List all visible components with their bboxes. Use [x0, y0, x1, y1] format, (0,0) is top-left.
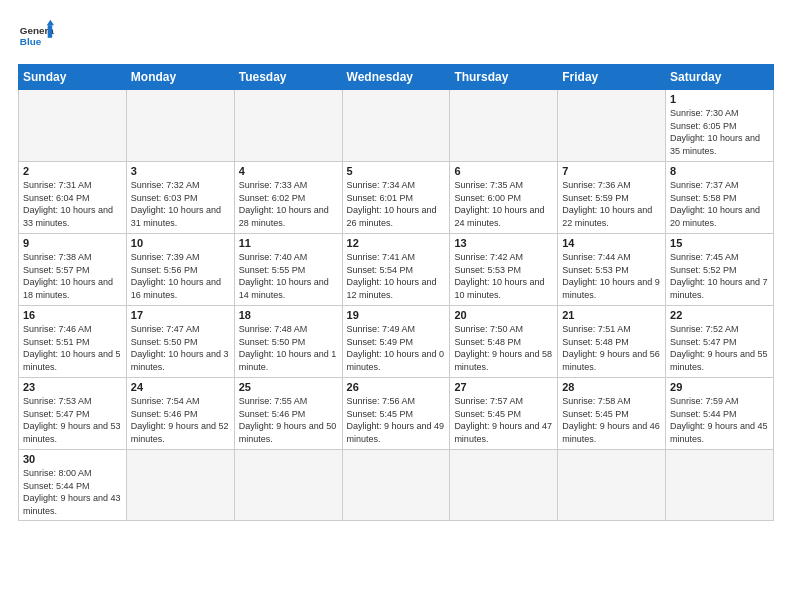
calendar-cell: 14Sunrise: 7:44 AM Sunset: 5:53 PM Dayli…: [558, 234, 666, 306]
calendar-cell: 26Sunrise: 7:56 AM Sunset: 5:45 PM Dayli…: [342, 378, 450, 450]
day-number: 21: [562, 309, 661, 321]
calendar-cell: [450, 450, 558, 521]
calendar-cell: [234, 90, 342, 162]
calendar-cell: 28Sunrise: 7:58 AM Sunset: 5:45 PM Dayli…: [558, 378, 666, 450]
day-info: Sunrise: 7:56 AM Sunset: 5:45 PM Dayligh…: [347, 395, 446, 445]
calendar-cell: 20Sunrise: 7:50 AM Sunset: 5:48 PM Dayli…: [450, 306, 558, 378]
weekday-header-thursday: Thursday: [450, 65, 558, 90]
day-info: Sunrise: 7:47 AM Sunset: 5:50 PM Dayligh…: [131, 323, 230, 373]
calendar-cell: 8Sunrise: 7:37 AM Sunset: 5:58 PM Daylig…: [666, 162, 774, 234]
day-number: 2: [23, 165, 122, 177]
calendar-cell: 17Sunrise: 7:47 AM Sunset: 5:50 PM Dayli…: [126, 306, 234, 378]
day-info: Sunrise: 7:52 AM Sunset: 5:47 PM Dayligh…: [670, 323, 769, 373]
calendar-cell: 12Sunrise: 7:41 AM Sunset: 5:54 PM Dayli…: [342, 234, 450, 306]
calendar-week-row: 30Sunrise: 8:00 AM Sunset: 5:44 PM Dayli…: [19, 450, 774, 521]
day-number: 17: [131, 309, 230, 321]
svg-text:Blue: Blue: [20, 36, 42, 47]
day-number: 25: [239, 381, 338, 393]
calendar-cell: 30Sunrise: 8:00 AM Sunset: 5:44 PM Dayli…: [19, 450, 127, 521]
calendar-cell: 19Sunrise: 7:49 AM Sunset: 5:49 PM Dayli…: [342, 306, 450, 378]
calendar-cell: 18Sunrise: 7:48 AM Sunset: 5:50 PM Dayli…: [234, 306, 342, 378]
calendar-cell: 24Sunrise: 7:54 AM Sunset: 5:46 PM Dayli…: [126, 378, 234, 450]
day-info: Sunrise: 7:45 AM Sunset: 5:52 PM Dayligh…: [670, 251, 769, 301]
day-info: Sunrise: 7:38 AM Sunset: 5:57 PM Dayligh…: [23, 251, 122, 301]
day-number: 26: [347, 381, 446, 393]
calendar-cell: 22Sunrise: 7:52 AM Sunset: 5:47 PM Dayli…: [666, 306, 774, 378]
calendar-cell: [342, 450, 450, 521]
weekday-header-tuesday: Tuesday: [234, 65, 342, 90]
day-number: 13: [454, 237, 553, 249]
day-number: 4: [239, 165, 338, 177]
calendar-cell: [126, 450, 234, 521]
day-number: 8: [670, 165, 769, 177]
calendar-week-row: 23Sunrise: 7:53 AM Sunset: 5:47 PM Dayli…: [19, 378, 774, 450]
day-number: 15: [670, 237, 769, 249]
calendar-cell: 29Sunrise: 7:59 AM Sunset: 5:44 PM Dayli…: [666, 378, 774, 450]
weekday-header-wednesday: Wednesday: [342, 65, 450, 90]
day-info: Sunrise: 7:31 AM Sunset: 6:04 PM Dayligh…: [23, 179, 122, 229]
day-info: Sunrise: 7:51 AM Sunset: 5:48 PM Dayligh…: [562, 323, 661, 373]
calendar-cell: 25Sunrise: 7:55 AM Sunset: 5:46 PM Dayli…: [234, 378, 342, 450]
day-info: Sunrise: 7:53 AM Sunset: 5:47 PM Dayligh…: [23, 395, 122, 445]
day-number: 30: [23, 453, 122, 465]
day-number: 11: [239, 237, 338, 249]
calendar-cell: 2Sunrise: 7:31 AM Sunset: 6:04 PM Daylig…: [19, 162, 127, 234]
calendar-cell: 16Sunrise: 7:46 AM Sunset: 5:51 PM Dayli…: [19, 306, 127, 378]
day-info: Sunrise: 7:59 AM Sunset: 5:44 PM Dayligh…: [670, 395, 769, 445]
day-info: Sunrise: 7:42 AM Sunset: 5:53 PM Dayligh…: [454, 251, 553, 301]
calendar-table: SundayMondayTuesdayWednesdayThursdayFrid…: [18, 64, 774, 521]
calendar-cell: 23Sunrise: 7:53 AM Sunset: 5:47 PM Dayli…: [19, 378, 127, 450]
calendar-cell: 13Sunrise: 7:42 AM Sunset: 5:53 PM Dayli…: [450, 234, 558, 306]
day-info: Sunrise: 7:37 AM Sunset: 5:58 PM Dayligh…: [670, 179, 769, 229]
day-number: 20: [454, 309, 553, 321]
calendar-cell: 15Sunrise: 7:45 AM Sunset: 5:52 PM Dayli…: [666, 234, 774, 306]
day-number: 18: [239, 309, 338, 321]
calendar-cell: 1Sunrise: 7:30 AM Sunset: 6:05 PM Daylig…: [666, 90, 774, 162]
weekday-header-monday: Monday: [126, 65, 234, 90]
day-info: Sunrise: 7:54 AM Sunset: 5:46 PM Dayligh…: [131, 395, 230, 445]
day-number: 3: [131, 165, 230, 177]
day-info: Sunrise: 7:32 AM Sunset: 6:03 PM Dayligh…: [131, 179, 230, 229]
calendar-week-row: 16Sunrise: 7:46 AM Sunset: 5:51 PM Dayli…: [19, 306, 774, 378]
day-number: 16: [23, 309, 122, 321]
day-number: 22: [670, 309, 769, 321]
calendar-cell: [666, 450, 774, 521]
calendar-week-row: 1Sunrise: 7:30 AM Sunset: 6:05 PM Daylig…: [19, 90, 774, 162]
day-number: 1: [670, 93, 769, 105]
day-info: Sunrise: 7:36 AM Sunset: 5:59 PM Dayligh…: [562, 179, 661, 229]
weekday-header-sunday: Sunday: [19, 65, 127, 90]
day-number: 23: [23, 381, 122, 393]
svg-marker-2: [47, 20, 54, 25]
day-number: 29: [670, 381, 769, 393]
weekday-header-saturday: Saturday: [666, 65, 774, 90]
day-number: 24: [131, 381, 230, 393]
day-info: Sunrise: 7:55 AM Sunset: 5:46 PM Dayligh…: [239, 395, 338, 445]
day-number: 10: [131, 237, 230, 249]
day-info: Sunrise: 7:57 AM Sunset: 5:45 PM Dayligh…: [454, 395, 553, 445]
calendar-cell: 21Sunrise: 7:51 AM Sunset: 5:48 PM Dayli…: [558, 306, 666, 378]
calendar-week-row: 2Sunrise: 7:31 AM Sunset: 6:04 PM Daylig…: [19, 162, 774, 234]
calendar-cell: [342, 90, 450, 162]
calendar-cell: [558, 450, 666, 521]
day-info: Sunrise: 7:39 AM Sunset: 5:56 PM Dayligh…: [131, 251, 230, 301]
day-info: Sunrise: 7:40 AM Sunset: 5:55 PM Dayligh…: [239, 251, 338, 301]
weekday-header-friday: Friday: [558, 65, 666, 90]
day-info: Sunrise: 7:48 AM Sunset: 5:50 PM Dayligh…: [239, 323, 338, 373]
day-number: 28: [562, 381, 661, 393]
calendar-cell: [234, 450, 342, 521]
calendar-cell: 5Sunrise: 7:34 AM Sunset: 6:01 PM Daylig…: [342, 162, 450, 234]
day-info: Sunrise: 7:30 AM Sunset: 6:05 PM Dayligh…: [670, 107, 769, 157]
calendar-cell: [19, 90, 127, 162]
calendar-cell: 10Sunrise: 7:39 AM Sunset: 5:56 PM Dayli…: [126, 234, 234, 306]
day-info: Sunrise: 7:33 AM Sunset: 6:02 PM Dayligh…: [239, 179, 338, 229]
weekday-header-row: SundayMondayTuesdayWednesdayThursdayFrid…: [19, 65, 774, 90]
day-info: Sunrise: 7:49 AM Sunset: 5:49 PM Dayligh…: [347, 323, 446, 373]
calendar-cell: [450, 90, 558, 162]
calendar-cell: 9Sunrise: 7:38 AM Sunset: 5:57 PM Daylig…: [19, 234, 127, 306]
generalblue-icon: General Blue: [18, 18, 54, 54]
day-number: 9: [23, 237, 122, 249]
day-number: 12: [347, 237, 446, 249]
calendar-cell: [558, 90, 666, 162]
calendar-cell: 7Sunrise: 7:36 AM Sunset: 5:59 PM Daylig…: [558, 162, 666, 234]
calendar-cell: 6Sunrise: 7:35 AM Sunset: 6:00 PM Daylig…: [450, 162, 558, 234]
